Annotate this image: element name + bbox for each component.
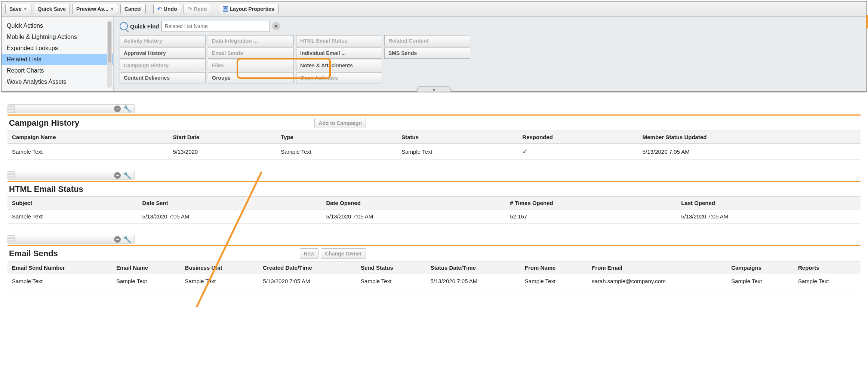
layout-properties-button[interactable]: Layout Properties: [219, 4, 278, 14]
drag-handle-icon[interactable]: [8, 105, 15, 113]
check-icon: ✓: [522, 148, 528, 155]
section-handlebar[interactable]: − 🔧: [7, 235, 135, 244]
cell: 5/13/2020 7:05 AM: [638, 144, 861, 160]
col-send-status: Send Status: [356, 261, 426, 274]
col-subject: Subject: [7, 197, 138, 209]
col-type: Type: [276, 131, 397, 144]
palette-item-related-content[interactable]: Related Content: [384, 35, 470, 46]
clear-search-icon[interactable]: ✕: [272, 22, 280, 30]
palette-item-data-integration[interactable]: Data Integration ...: [208, 35, 294, 46]
col-created-dt: Created Date/Time: [258, 261, 356, 274]
section-handlebar[interactable]: − 🔧: [7, 171, 135, 180]
category-related-lists[interactable]: Related Lists: [1, 54, 113, 65]
section-handlebar[interactable]: − 🔧: [7, 104, 135, 113]
col-email-send-number: Email Send Number: [7, 261, 112, 274]
col-business-unit: Business Unit: [181, 261, 259, 274]
layout-icon: [223, 6, 228, 12]
category-quick-actions[interactable]: Quick Actions: [1, 20, 113, 31]
cell: Sample Text: [112, 274, 181, 288]
palette-item-content-deliveries[interactable]: Content Deliveries: [120, 72, 206, 83]
redo-button[interactable]: ↷Redo: [184, 4, 211, 14]
table-row: Sample Text 5/13/2020 7:05 AM 5/13/2020 …: [7, 209, 861, 224]
palette: Quick Actions Mobile & Lightning Actions…: [1, 17, 867, 92]
wrench-icon[interactable]: 🔧: [123, 235, 131, 244]
col-from-name: From Name: [520, 261, 587, 274]
section-title: Email Sends: [9, 249, 58, 258]
cell: 5/13/2020 7:05 AM: [426, 274, 520, 288]
cell: 5/13/2020 7:05 AM: [138, 209, 322, 224]
cell: Sample Text: [7, 274, 112, 288]
quick-save-button[interactable]: Quick Save: [34, 4, 70, 14]
redo-label: Redo: [194, 6, 207, 12]
cancel-button[interactable]: Cancel: [120, 4, 146, 14]
section-email-sends: − 🔧 Email Sends New Change Owner Email S…: [7, 235, 861, 288]
cell-responded: ✓: [518, 144, 638, 160]
palette-item-individual-email[interactable]: Individual Email ...: [296, 48, 382, 59]
category-mobile-lightning-actions[interactable]: Mobile & Lightning Actions: [1, 31, 113, 43]
preview-as-label: Preview As...: [76, 6, 108, 12]
wrench-icon[interactable]: 🔧: [123, 171, 131, 180]
redo-icon: ↷: [188, 6, 192, 12]
wrench-icon[interactable]: 🔧: [123, 105, 131, 113]
section-title: HTML Email Status: [9, 184, 83, 194]
cell: Sample Text: [181, 274, 259, 288]
palette-category-list: Quick Actions Mobile & Lightning Actions…: [1, 17, 114, 91]
col-date-opened: Date Opened: [321, 197, 505, 209]
palette-item-html-email-status[interactable]: HTML Email Status: [296, 35, 382, 46]
quick-save-label: Quick Save: [38, 6, 66, 12]
col-from-email: From Email: [587, 261, 727, 274]
palette-item-open-activities[interactable]: Open Activities: [296, 72, 382, 83]
layout-properties-label: Layout Properties: [230, 6, 274, 12]
cell: Sample Text: [276, 144, 397, 160]
col-status: Status: [397, 131, 518, 144]
palette-item-notes-attachments[interactable]: Notes & Attachments: [296, 60, 382, 71]
layout-canvas: − 🔧 Campaign History Add to Campaign Cam…: [0, 93, 868, 307]
cell: Sample Text: [7, 144, 168, 160]
category-report-charts[interactable]: Report Charts: [1, 65, 113, 76]
cell: 5/13/2020 7:05 AM: [677, 209, 861, 224]
drag-handle-icon[interactable]: [8, 171, 15, 180]
category-scrollbar[interactable]: [107, 20, 112, 88]
save-button[interactable]: Save▼: [5, 4, 31, 14]
cell: 5/13/2020: [168, 144, 276, 160]
search-icon: [120, 22, 128, 30]
col-member-status-updated: Member Status Updated: [638, 131, 861, 144]
cell: Sample Text: [520, 274, 587, 288]
save-label: Save: [9, 6, 22, 12]
preview-as-button[interactable]: Preview As...▼: [72, 4, 118, 14]
remove-section-icon[interactable]: −: [114, 105, 121, 112]
top-toolbar: Save▼ Quick Save Preview As...▼ Cancel ↶…: [1, 1, 867, 17]
campaign-history-table: Campaign Name Start Date Type Status Res…: [7, 131, 861, 160]
palette-collapse-handle[interactable]: ▲: [417, 86, 451, 92]
col-last-opened: Last Opened: [677, 197, 861, 209]
undo-button[interactable]: ↶Undo: [153, 4, 181, 14]
chevron-down-icon: ▼: [24, 7, 27, 11]
remove-section-icon[interactable]: −: [114, 172, 121, 179]
palette-item-activity-history[interactable]: Activity History: [120, 35, 206, 46]
palette-item-campaign-history[interactable]: Campaign History: [120, 60, 206, 71]
new-button[interactable]: New: [300, 248, 319, 259]
cell: Sample Text: [397, 144, 518, 160]
remove-section-icon[interactable]: −: [114, 236, 121, 243]
palette-item-email-sends[interactable]: Email Sends: [208, 48, 294, 59]
palette-item-approval-history[interactable]: Approval History: [120, 48, 206, 59]
palette-item-groups[interactable]: Groups: [208, 72, 294, 83]
palette-item-files[interactable]: Files: [208, 60, 294, 71]
side-tab-icon: [866, 15, 868, 28]
category-wave-analytics-assets[interactable]: Wave Analytics Assets: [1, 76, 113, 88]
section-html-email-status: − 🔧 HTML Email Status Subject Date Sent …: [7, 171, 861, 224]
quick-find-label: Quick Find: [130, 23, 159, 30]
cell: Sample Text: [356, 274, 426, 288]
change-owner-button[interactable]: Change Owner: [321, 248, 366, 259]
category-expanded-lookups[interactable]: Expanded Lookups: [1, 43, 113, 54]
undo-label: Undo: [164, 6, 177, 12]
palette-item-sms-sends[interactable]: SMS Sends: [384, 48, 470, 59]
section-campaign-history: − 🔧 Campaign History Add to Campaign Cam…: [7, 104, 861, 160]
col-date-sent: Date Sent: [138, 197, 322, 209]
add-to-campaign-button[interactable]: Add to Campaign: [314, 118, 366, 128]
table-row: Sample Text Sample Text Sample Text 5/13…: [7, 274, 861, 288]
drag-handle-icon[interactable]: [8, 235, 15, 244]
scrollbar-thumb[interactable]: [108, 22, 111, 63]
quick-find-input[interactable]: [161, 21, 270, 31]
table-row: Sample Text 5/13/2020 Sample Text Sample…: [7, 144, 861, 160]
